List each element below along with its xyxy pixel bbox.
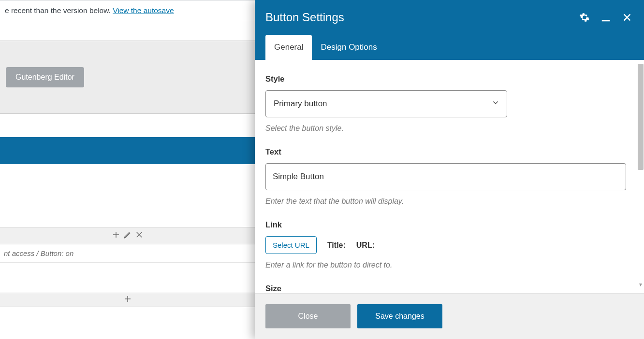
text-label: Text: [265, 147, 633, 156]
scrollbar-thumb[interactable]: [638, 64, 644, 170]
editor-toolbar-section: Gutenberg Editor: [0, 41, 255, 114]
add-block-row[interactable]: [0, 293, 255, 307]
panel-footer: Close Save changes: [255, 293, 644, 339]
autosave-notice: e recent than the version below. View th…: [0, 0, 255, 21]
scroll-down-arrow[interactable]: ▼: [638, 282, 643, 287]
gutenberg-editor-button[interactable]: Gutenberg Editor: [6, 67, 84, 87]
minimize-icon[interactable]: [600, 11, 612, 24]
save-changes-button[interactable]: Save changes: [357, 304, 442, 328]
chevron-down-icon: [491, 99, 500, 110]
close-icon[interactable]: [621, 11, 633, 24]
button-settings-panel: Button Settings General Design Options S…: [255, 0, 644, 339]
link-hint: Enter a link for the button to direct to…: [265, 261, 633, 269]
notice-text: e recent than the version below.: [5, 6, 113, 14]
panel-header-actions: [578, 11, 633, 24]
link-url-label: URL:: [356, 241, 375, 250]
block-controls-row: [0, 227, 255, 244]
tab-general[interactable]: General: [265, 35, 312, 60]
editor-area: e recent than the version below. View th…: [0, 0, 255, 339]
link-title-label: Title:: [327, 241, 346, 250]
tab-design-options[interactable]: Design Options: [312, 35, 385, 60]
panel-body: Style Primary button Select the button s…: [255, 60, 644, 293]
content-blue-block: [0, 137, 255, 164]
svg-rect-6: [602, 20, 610, 22]
pencil-icon[interactable]: [123, 230, 132, 241]
close-button[interactable]: Close: [265, 304, 351, 328]
link-label: Link: [265, 220, 633, 229]
panel-scrollbar[interactable]: [637, 64, 644, 290]
close-icon[interactable]: [135, 230, 144, 241]
style-label: Style: [265, 74, 633, 84]
plus-icon: [123, 295, 132, 305]
link-row: Select URL Title: URL:: [265, 236, 633, 254]
button-text-input[interactable]: [265, 163, 626, 190]
breadcrumb: nt access / Button: on: [0, 244, 255, 263]
style-select[interactable]: Primary button: [265, 90, 507, 117]
size-label: Size: [265, 284, 633, 293]
panel-header: Button Settings General Design Options: [255, 0, 644, 60]
select-url-button[interactable]: Select URL: [265, 236, 317, 254]
panel-tabs: General Design Options: [255, 29, 644, 60]
style-hint: Select the button style.: [265, 124, 633, 133]
style-select-value: Primary button: [274, 99, 327, 109]
text-hint: Enter the text that the button will disp…: [265, 197, 633, 206]
panel-title: Button Settings: [265, 11, 344, 24]
gear-icon[interactable]: [578, 11, 591, 24]
plus-icon[interactable]: [112, 230, 120, 241]
view-autosave-link[interactable]: View the autosave: [113, 6, 174, 14]
